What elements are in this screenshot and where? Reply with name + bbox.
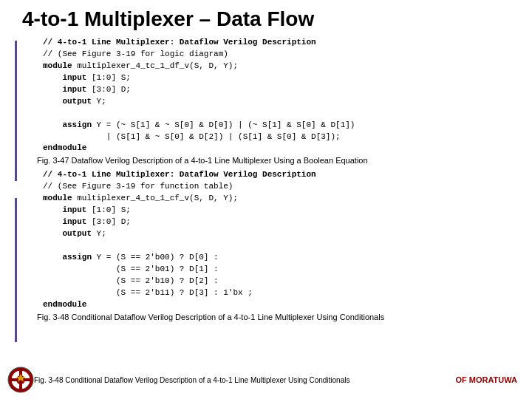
code-block-1: // 4-to-1 Line Multiplexer: Dataflow Ver… bbox=[43, 37, 510, 154]
left-accent-bar-1 bbox=[15, 41, 17, 181]
code-section-2: // 4-to-1 Line Multiplexer: Dataflow Ver… bbox=[35, 169, 510, 310]
figure-caption-2: Fig. 3-48 Conditional Dataflow Verilog D… bbox=[37, 313, 510, 321]
footer: Fig. 3-48 Conditional Dataflow Verilog D… bbox=[0, 366, 532, 393]
footer-caption-text: Fig. 3-48 Conditional Dataflow Verilog D… bbox=[34, 376, 455, 384]
university-crest-icon bbox=[7, 366, 34, 393]
left-accent-bar-2 bbox=[15, 198, 17, 342]
page-container: 4-to-1 Multiplexer – Data Flow // 4-to-1… bbox=[0, 0, 532, 399]
code-section-1: // 4-to-1 Line Multiplexer: Dataflow Ver… bbox=[35, 37, 510, 154]
figure-caption-1: Fig. 3-47 Dataflow Verilog Description o… bbox=[37, 156, 510, 165]
footer-caption-area: Fig. 3-48 Conditional Dataflow Verilog D… bbox=[34, 376, 455, 384]
university-name: OF MORATUWA bbox=[455, 375, 525, 384]
code-block-2: // 4-to-1 Line Multiplexer: Dataflow Ver… bbox=[43, 169, 510, 310]
page-title: 4-to-1 Multiplexer – Data Flow bbox=[22, 7, 510, 31]
svg-rect-4 bbox=[19, 382, 22, 389]
svg-rect-6 bbox=[23, 378, 30, 381]
svg-rect-5 bbox=[11, 378, 18, 381]
